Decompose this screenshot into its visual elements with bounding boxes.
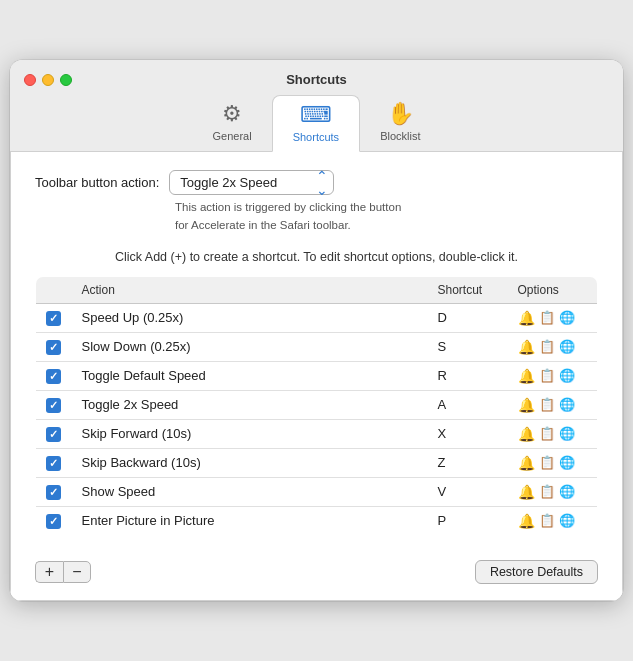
options-icons: 🔔 📋 🌐 (518, 455, 588, 471)
options-icons: 🔔 📋 🌐 (518, 339, 588, 355)
row-options[interactable]: 🔔 📋 🌐 (508, 419, 598, 448)
tab-general-label: General (213, 130, 252, 142)
row-options[interactable]: 🔔 📋 🌐 (508, 303, 598, 332)
shortcuts-table: Action Shortcut Options Speed Up (0.25x)… (35, 276, 598, 536)
checkbox-checked[interactable] (46, 456, 61, 471)
globe-icon[interactable]: 🌐 (559, 310, 575, 325)
add-shortcut-button[interactable]: + (35, 561, 63, 583)
blocklist-icon: ✋ (387, 101, 414, 127)
document-icon[interactable]: 📋 (539, 426, 555, 441)
row-shortcut: V (428, 477, 508, 506)
row-options[interactable]: 🔔 📋 🌐 (508, 506, 598, 535)
row-options[interactable]: 🔔 📋 🌐 (508, 477, 598, 506)
tab-shortcuts[interactable]: ⌨ Shortcuts (272, 95, 360, 152)
row-action: Skip Backward (10s) (72, 448, 428, 477)
table-row[interactable]: Skip Forward (10s)X 🔔 📋 🌐 (36, 419, 598, 448)
globe-icon[interactable]: 🌐 (559, 513, 575, 528)
row-action: Skip Forward (10s) (72, 419, 428, 448)
checkbox-checked[interactable] (46, 311, 61, 326)
table-row[interactable]: Skip Backward (10s)Z 🔔 📋 🌐 (36, 448, 598, 477)
options-icons: 🔔 📋 🌐 (518, 513, 588, 529)
checkbox-checked[interactable] (46, 340, 61, 355)
restore-defaults-button[interactable]: Restore Defaults (475, 560, 598, 584)
general-icon: ⚙ (222, 101, 242, 127)
bell-icon[interactable]: 🔔 (518, 397, 535, 413)
bell-icon[interactable]: 🔔 (518, 455, 535, 471)
globe-icon[interactable]: 🌐 (559, 455, 575, 470)
maximize-button[interactable] (60, 74, 72, 86)
titlebar: Shortcuts ⚙ General ⌨ Shortcuts ✋ Blockl… (10, 60, 623, 152)
table-row[interactable]: Slow Down (0.25x)S 🔔 📋 🌐 (36, 332, 598, 361)
table-row[interactable]: Enter Picture in PictureP 🔔 📋 🌐 (36, 506, 598, 535)
globe-icon[interactable]: 🌐 (559, 484, 575, 499)
row-action: Toggle Default Speed (72, 361, 428, 390)
row-shortcut: X (428, 419, 508, 448)
row-checkbox-cell[interactable] (36, 419, 72, 448)
row-checkbox-cell[interactable] (36, 332, 72, 361)
row-options[interactable]: 🔔 📋 🌐 (508, 361, 598, 390)
row-action: Toggle 2x Speed (72, 390, 428, 419)
shortcuts-icon: ⌨ (300, 102, 332, 128)
row-options[interactable]: 🔔 📋 🌐 (508, 448, 598, 477)
traffic-lights (24, 74, 72, 86)
close-button[interactable] (24, 74, 36, 86)
checkbox-checked[interactable] (46, 485, 61, 500)
row-checkbox-cell[interactable] (36, 448, 72, 477)
row-checkbox-cell[interactable] (36, 390, 72, 419)
col-header-check (36, 276, 72, 303)
table-row[interactable]: Show SpeedV 🔔 📋 🌐 (36, 477, 598, 506)
row-shortcut: A (428, 390, 508, 419)
table-row[interactable]: Toggle 2x SpeedA 🔔 📋 🌐 (36, 390, 598, 419)
document-icon[interactable]: 📋 (539, 368, 555, 383)
document-icon[interactable]: 📋 (539, 484, 555, 499)
tab-shortcuts-label: Shortcuts (293, 131, 339, 143)
checkbox-checked[interactable] (46, 427, 61, 442)
options-icons: 🔔 📋 🌐 (518, 484, 588, 500)
document-icon[interactable]: 📋 (539, 455, 555, 470)
document-icon[interactable]: 📋 (539, 339, 555, 354)
remove-shortcut-button[interactable]: − (63, 561, 91, 583)
document-icon[interactable]: 📋 (539, 397, 555, 412)
row-options[interactable]: 🔔 📋 🌐 (508, 332, 598, 361)
checkbox-checked[interactable] (46, 514, 61, 529)
bell-icon[interactable]: 🔔 (518, 310, 535, 326)
bell-icon[interactable]: 🔔 (518, 484, 535, 500)
tab-general[interactable]: ⚙ General (193, 95, 272, 151)
bell-icon[interactable]: 🔔 (518, 339, 535, 355)
row-options[interactable]: 🔔 📋 🌐 (508, 390, 598, 419)
document-icon[interactable]: 📋 (539, 310, 555, 325)
tab-blocklist[interactable]: ✋ Blocklist (360, 95, 440, 151)
row-action: Enter Picture in Picture (72, 506, 428, 535)
bottom-bar: + − Restore Defaults (35, 548, 598, 584)
checkbox-checked[interactable] (46, 369, 61, 384)
row-shortcut: S (428, 332, 508, 361)
row-shortcut: R (428, 361, 508, 390)
row-shortcut: P (428, 506, 508, 535)
table-row[interactable]: Speed Up (0.25x)D 🔔 📋 🌐 (36, 303, 598, 332)
toolbar-action-select-wrapper: Toggle 2x Speed Speed Up (0.25x) Slow Do… (169, 170, 334, 195)
bell-icon[interactable]: 🔔 (518, 426, 535, 442)
globe-icon[interactable]: 🌐 (559, 368, 575, 383)
window-title: Shortcuts (286, 72, 347, 87)
minimize-button[interactable] (42, 74, 54, 86)
col-header-action: Action (72, 276, 428, 303)
globe-icon[interactable]: 🌐 (559, 426, 575, 441)
action-description: This action is triggered by clicking the… (175, 199, 598, 234)
row-shortcut: D (428, 303, 508, 332)
table-row[interactable]: Toggle Default SpeedR 🔔 📋 🌐 (36, 361, 598, 390)
row-checkbox-cell[interactable] (36, 477, 72, 506)
globe-icon[interactable]: 🌐 (559, 397, 575, 412)
bell-icon[interactable]: 🔔 (518, 513, 535, 529)
checkbox-checked[interactable] (46, 398, 61, 413)
options-icons: 🔔 📋 🌐 (518, 426, 588, 442)
tab-blocklist-label: Blocklist (380, 130, 420, 142)
row-checkbox-cell[interactable] (36, 506, 72, 535)
toolbar-action-select[interactable]: Toggle 2x Speed Speed Up (0.25x) Slow Do… (169, 170, 334, 195)
table-header-row: Action Shortcut Options (36, 276, 598, 303)
document-icon[interactable]: 📋 (539, 513, 555, 528)
row-checkbox-cell[interactable] (36, 361, 72, 390)
globe-icon[interactable]: 🌐 (559, 339, 575, 354)
row-checkbox-cell[interactable] (36, 303, 72, 332)
bell-icon[interactable]: 🔔 (518, 368, 535, 384)
row-action: Show Speed (72, 477, 428, 506)
